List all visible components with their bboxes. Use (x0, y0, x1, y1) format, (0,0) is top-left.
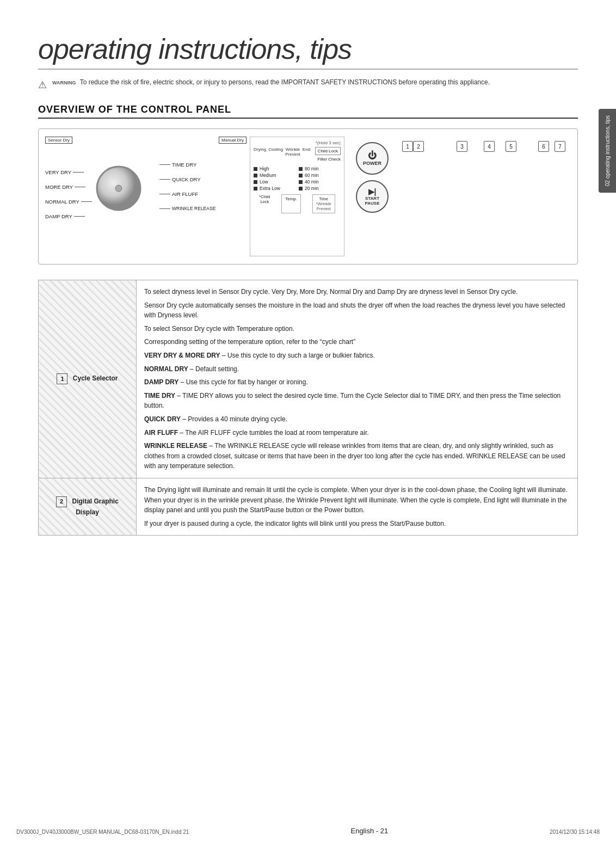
start-pause-button[interactable]: ▶| STARTPAUSE (356, 180, 389, 213)
label-cell-1: 1 Cycle Selector (39, 280, 137, 478)
dot-low (254, 180, 257, 184)
callout-2: 2 (413, 141, 424, 152)
conn-r1 (159, 164, 170, 165)
quick-dry-text: QUICK DRY (172, 176, 201, 182)
time-opt-medium-val: 60 min (299, 173, 341, 178)
connector-1 (73, 172, 84, 173)
child-lock-filter-area: Child Lock Filter Check (315, 147, 341, 164)
manual-dry-section: Manual Dry TIME DRY QUICK DRY AIR FLUFF (154, 137, 247, 256)
desc-p6: NORMAL DRY – Default setting. (144, 364, 570, 374)
desc-p8: TIME DRY – TIME DRY allows you to select… (144, 391, 570, 411)
air-fluff-text: AIR FLUFF (172, 191, 198, 197)
desc-p7: DAMP DRY – Use this cycle for flat by ha… (144, 377, 570, 388)
desc-row-2: 2 Digital GraphicDisplay The Drying ligh… (39, 478, 578, 535)
display-section: *(Hold 3 sec) Drying Cooling WrinklePrev… (250, 137, 344, 256)
desc-p12: The Drying light will illuminate and rem… (144, 485, 570, 515)
label-num-1: 1 (57, 373, 67, 384)
time-button[interactable]: Time *WrinklePrevent (312, 194, 335, 213)
callout-7: 7 (555, 141, 565, 152)
hold-note: *(Hold 3 sec) (254, 140, 341, 145)
callout-4: 4 (484, 141, 495, 152)
dot-low-val (299, 180, 303, 184)
sensor-dry-section: Sensor Dry VERY DRY MORE DRY NOR (45, 137, 154, 256)
temp-button[interactable]: Temp. (281, 194, 301, 213)
callout-5: 5 (506, 141, 516, 152)
more-dry-label: MORE DRY (45, 184, 92, 190)
desc-p10: AIR FLUFF – The AIR FLUFF cycle tumbles … (144, 428, 570, 438)
dot-high-val (299, 167, 303, 171)
label-cell-2: 2 Digital GraphicDisplay (39, 478, 137, 535)
time-btn-text: Time (319, 196, 328, 201)
time-opt-high-val: 80 min (299, 166, 341, 171)
desc-cell-1: To select dryness level in Sensor Dry cy… (137, 280, 578, 478)
time-options-grid: High 80 min Medium 60 min (254, 166, 341, 191)
child-lock-box: Child Lock (315, 147, 341, 155)
temp-time-row: *Child Lock Temp. Time *WrinklePrevent (254, 194, 341, 213)
connector-4 (74, 216, 85, 217)
child-lock-note-area: *Child Lock (259, 194, 270, 213)
ind-drying: Drying (254, 147, 266, 163)
manual-dry-cycles: TIME DRY QUICK DRY AIR FLUFF WRINKLE REL… (159, 146, 247, 211)
wrinkle-release-text: WRINKLE RELEASE (172, 206, 215, 211)
air-fluff-label: AIR FLUFF (159, 191, 247, 197)
time-opt-medium: Medium (254, 173, 295, 178)
power-button[interactable]: ⏻ POWER (356, 142, 389, 175)
normal-dry-label: NORMAL DRY (45, 199, 92, 205)
buttons-section: ⏻ POWER ▶| STARTPAUSE (348, 137, 397, 256)
extralow-val: 20 min (305, 186, 319, 191)
callout-1: 1 (402, 141, 413, 152)
desc-p4: Corresponding setting of the temperature… (144, 337, 570, 347)
quick-dry-label: QUICK DRY (159, 176, 247, 182)
sensor-dry-tag: Sensor Dry (45, 137, 72, 144)
extralow-label: Extra Low (260, 186, 280, 191)
desc-cell-2: The Drying light will illuminate and rem… (137, 478, 578, 535)
high-val: 80 min (305, 166, 319, 171)
callout-6: 6 (538, 141, 549, 152)
connector-3 (81, 201, 92, 202)
desc-p5: VERY DRY & MORE DRY – Use this cycle to … (144, 351, 570, 361)
filter-check-text: Filter Check (317, 157, 341, 162)
side-tab-text: 02 operating instructions, tips (604, 115, 611, 186)
desc-p1: To select dryness level in Sensor Dry cy… (144, 287, 570, 297)
doc-name: DV3000J_DV40J3000BW_USER MANUAL_DC68-031… (16, 829, 189, 835)
very-dry-text: VERY DRY (45, 169, 71, 175)
page-footer: DV3000J_DV40J3000BW_USER MANUAL_DC68-031… (0, 827, 616, 835)
page-title: operating instructions, tips (38, 33, 578, 70)
side-tab: 02 operating instructions, tips (599, 109, 616, 193)
sensor-dry-levels: VERY DRY MORE DRY NORMAL DRY DAMP D (45, 157, 92, 219)
desc-p3: To select Sensor Dry cycle with Temperat… (144, 324, 570, 334)
control-panel-diagram: Sensor Dry VERY DRY MORE DRY NOR (38, 128, 578, 265)
page-number: English - 21 (350, 827, 388, 835)
indicators-row: Drying Cooling WrinklePrevent End (254, 147, 310, 163)
display-top-row: Drying Cooling WrinklePrevent End Child … (254, 147, 341, 164)
desc-row-1: 1 Cycle Selector To select dryness level… (39, 280, 578, 478)
time-dry-label: TIME DRY (159, 162, 247, 168)
damp-dry-text: DAMP DRY (45, 213, 72, 219)
warning-label: WARNING (52, 80, 76, 85)
dot-extralow-val (299, 187, 303, 191)
power-label: POWER (363, 161, 381, 166)
warning-icon: ⚠ (38, 79, 47, 91)
conn-r4 (159, 208, 170, 209)
callout-3: 3 (457, 141, 467, 152)
manual-dry-tag: Manual Dry (219, 137, 247, 144)
start-icon: ▶| (368, 187, 377, 196)
date-stamp: 2014/12/30 15:14:48 (550, 829, 600, 835)
dial-svg (94, 164, 143, 213)
svg-point-1 (115, 185, 122, 192)
label-num-2: 2 (56, 496, 67, 507)
time-dry-text: TIME DRY (172, 162, 196, 168)
ind-cooling: Cooling (268, 147, 283, 163)
cycle-selector-label: Cycle Selector (73, 375, 118, 383)
high-label: High (260, 166, 269, 171)
dot-extralow (254, 187, 257, 191)
time-opt-extralow-val: 20 min (299, 186, 341, 191)
wrinkle-release-label: WRINKLE RELEASE (159, 206, 247, 211)
dot-medium-val (299, 174, 303, 177)
desc-p2: Sensor Dry cycle automatically senses th… (144, 300, 570, 321)
section-heading: OVERVIEW OF THE CONTROL PANEL (38, 104, 578, 119)
time-opt-low-val: 40 min (299, 179, 341, 185)
connector-2 (75, 187, 85, 187)
very-dry-label: VERY DRY (45, 169, 92, 175)
wrinkle-prevent-note: *WrinklePrevent (316, 201, 331, 211)
